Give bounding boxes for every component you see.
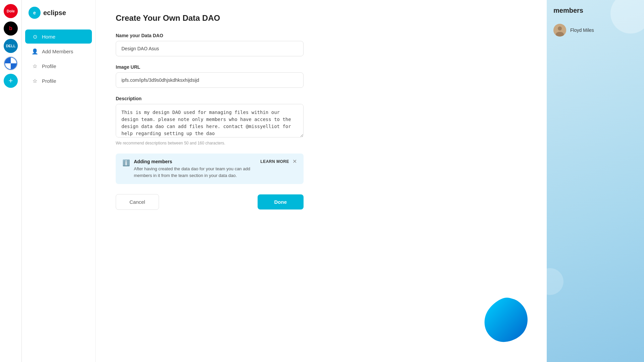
right-panel-bg — [547, 0, 644, 362]
name-field-group: Name your Data DAO — [116, 33, 304, 56]
brand-dole[interactable]: Dole — [4, 4, 18, 18]
done-button[interactable]: Done — [258, 194, 304, 209]
brand-dell[interactable]: DELL — [4, 39, 18, 53]
image-field-group: Image URL — [116, 64, 304, 88]
description-field-group: Description We recommend descriptions be… — [116, 96, 304, 145]
sidebar-item-add-members-label: Add Members — [42, 49, 73, 54]
info-content: Adding members After having created the … — [134, 159, 256, 179]
member-item: Floyd Miles — [553, 21, 637, 39]
right-panel-content: members Floyd Miles — [547, 0, 644, 46]
brand-bar: Dole b DELL + — [0, 0, 22, 362]
members-title: members — [553, 7, 637, 14]
brand-beats[interactable]: b — [4, 21, 18, 36]
app-logo: e eclipse — [22, 7, 95, 29]
page-title: Create Your Own Data DAO — [116, 13, 527, 23]
sidebar-item-home[interactable]: ⊙ Home — [25, 29, 92, 44]
sidebar: e eclipse ⊙ Home 👤 Add Members ☆ Profile… — [22, 0, 96, 362]
description-textarea[interactable] — [116, 104, 304, 137]
app-name: eclipse — [43, 9, 66, 17]
info-actions: LEARN MORE ✕ — [260, 159, 297, 164]
description-hint: We recommend descriptions between 50 and… — [116, 141, 304, 145]
brand-bmw[interactable] — [4, 56, 18, 70]
add-brand-button[interactable]: + — [4, 74, 18, 88]
sidebar-item-home-label: Home — [42, 34, 55, 40]
home-icon: ⊙ — [32, 34, 38, 40]
info-title: Adding members — [134, 159, 256, 164]
person-icon: 👤 — [32, 48, 38, 54]
info-icon: ℹ️ — [122, 159, 130, 167]
star-icon-2: ☆ — [32, 78, 38, 84]
right-panel: members Floyd Miles — [547, 0, 644, 362]
form-buttons: Cancel Done — [116, 194, 304, 210]
description-label: Description — [116, 96, 304, 101]
content-area: Create Your Own Data DAO Name your Data … — [96, 0, 547, 362]
create-dao-form: Name your Data DAO Image URL Description… — [116, 33, 304, 210]
info-box: ℹ️ Adding members After having created t… — [116, 154, 304, 184]
close-info-button[interactable]: ✕ — [292, 159, 297, 164]
member-avatar — [553, 24, 566, 37]
star-icon-1: ☆ — [32, 63, 38, 69]
cancel-button[interactable]: Cancel — [116, 194, 159, 210]
sidebar-item-profile1-label: Profile — [42, 63, 56, 69]
sidebar-item-add-members[interactable]: 👤 Add Members — [25, 44, 92, 58]
member-name: Floyd Miles — [570, 27, 594, 33]
name-label: Name your Data DAO — [116, 33, 304, 38]
image-url-input[interactable] — [116, 72, 304, 88]
main-wrapper: e eclipse ⊙ Home 👤 Add Members ☆ Profile… — [22, 0, 644, 362]
learn-more-link[interactable]: LEARN MORE — [260, 159, 289, 164]
info-text: After having created the data dao for yo… — [134, 166, 256, 179]
sidebar-item-profile2[interactable]: ☆ Profile — [25, 74, 92, 88]
eclipse-icon: e — [29, 7, 41, 19]
sidebar-item-profile1[interactable]: ☆ Profile — [25, 59, 92, 73]
sidebar-item-profile2-label: Profile — [42, 78, 56, 84]
image-label: Image URL — [116, 64, 304, 70]
dao-name-input[interactable] — [116, 41, 304, 56]
svg-point-1 — [558, 26, 562, 31]
